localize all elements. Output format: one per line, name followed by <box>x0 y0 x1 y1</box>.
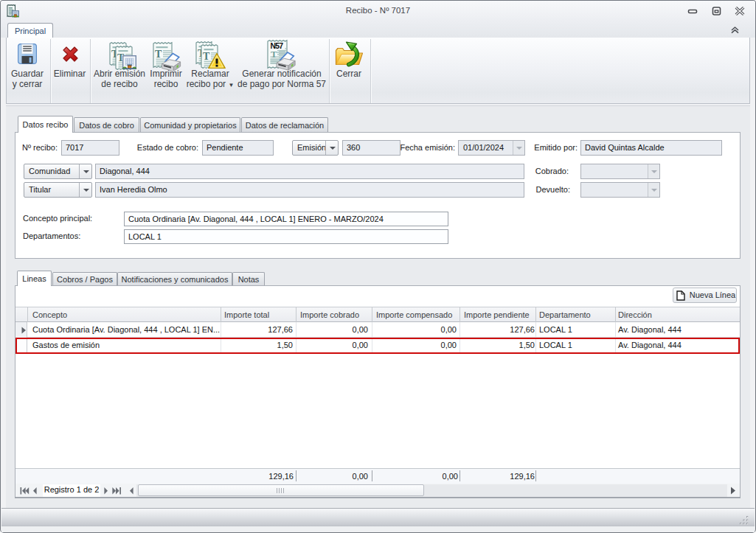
svg-text:T: T <box>155 49 162 60</box>
svg-text:T: T <box>271 49 277 60</box>
svg-text:T: T <box>203 51 210 62</box>
